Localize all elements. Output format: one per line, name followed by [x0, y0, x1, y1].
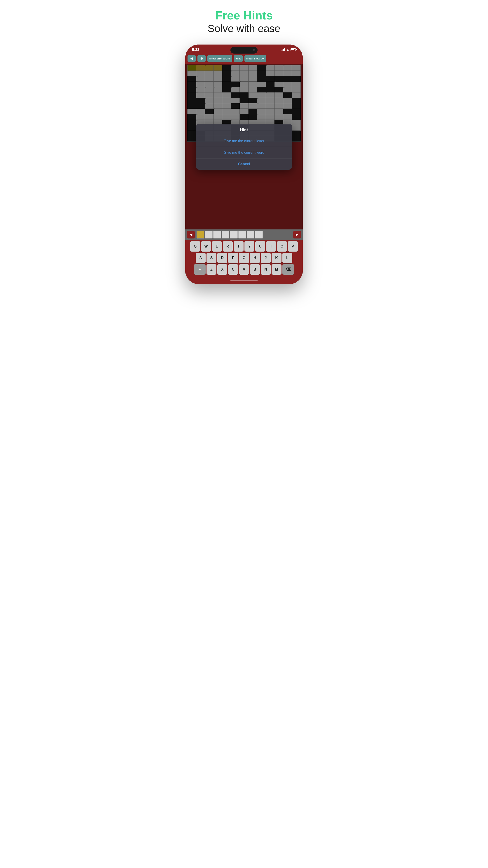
key-k[interactable]: K: [271, 253, 282, 263]
cancel-button[interactable]: Cancel: [196, 158, 292, 170]
key-h[interactable]: H: [250, 253, 260, 263]
key-d[interactable]: D: [217, 253, 227, 263]
word-cell-1: [197, 231, 204, 239]
phone-frame: 9:22 ▲ ◀ ⚙ Show Errors: OFF: [185, 44, 303, 284]
hint-button[interactable]: Hint: [234, 55, 242, 62]
notch: [230, 47, 258, 54]
status-icons: ▲: [282, 48, 296, 51]
camera-notch: [253, 49, 255, 51]
status-time: 9:22: [192, 48, 199, 52]
gear-icon: ⚙: [200, 57, 203, 60]
back-button[interactable]: ◀: [188, 55, 196, 62]
key-v[interactable]: V: [239, 264, 249, 275]
status-bar: 9:22 ▲: [185, 44, 303, 54]
word-cells: [196, 231, 292, 239]
back-arrow-icon: ◀: [190, 56, 193, 61]
word-cell-8: [255, 231, 263, 239]
key-s[interactable]: S: [206, 253, 217, 263]
key-m[interactable]: M: [271, 264, 282, 275]
key-z[interactable]: Z: [206, 264, 217, 275]
dialog-title: Hint: [196, 124, 292, 135]
crossword-area: 1234567910111213141516181921222324252627…: [185, 64, 303, 229]
keyboard-area: QWERTYUIOP ASDFGHJKL ✏ZXCVBNM⌫: [185, 240, 303, 278]
key-f[interactable]: F: [228, 253, 238, 263]
key-b[interactable]: B: [250, 264, 260, 275]
key-r[interactable]: R: [223, 241, 233, 252]
wifi-icon: ▲: [286, 48, 289, 51]
key-x[interactable]: X: [217, 264, 227, 275]
home-bar: [230, 280, 258, 281]
word-cell-2: [205, 231, 213, 239]
keyboard-row-1: QWERTYUIOP: [186, 241, 302, 252]
key-e[interactable]: E: [212, 241, 222, 252]
word-cell-3: [213, 231, 221, 239]
page-header: Free Hints Solve with ease: [207, 9, 281, 35]
word-cell-5: [230, 231, 238, 239]
give-word-button[interactable]: Give me the current word: [196, 147, 292, 158]
word-cell-6: [238, 231, 246, 239]
word-cell-4: [222, 231, 229, 239]
battery-icon: [291, 49, 296, 51]
key-l[interactable]: L: [283, 253, 292, 263]
show-errors-button[interactable]: Show Errors: OFF: [207, 55, 232, 62]
keyboard-row-3: ✏ZXCVBNM⌫: [186, 264, 302, 275]
dialog-overlay: Hint Give me the current letter Give me …: [185, 64, 303, 229]
word-bar: ◀ ▶: [185, 229, 303, 240]
key-p[interactable]: P: [288, 241, 298, 252]
key-a[interactable]: A: [196, 253, 205, 263]
key-w[interactable]: W: [201, 241, 211, 252]
key-y[interactable]: Y: [245, 241, 254, 252]
next-word-button[interactable]: ▶: [293, 231, 301, 239]
page-title: Free Hints: [207, 9, 281, 22]
keyboard-row-2: ASDFGHJKL: [186, 253, 302, 263]
key-n[interactable]: N: [261, 264, 271, 275]
delete-key[interactable]: ⌫: [283, 264, 294, 275]
word-cell-7: [247, 231, 254, 239]
settings-button[interactable]: ⚙: [197, 55, 205, 62]
give-letter-button[interactable]: Give me the current letter: [196, 135, 292, 147]
key-i[interactable]: I: [266, 241, 276, 252]
key-o[interactable]: O: [277, 241, 287, 252]
key-j[interactable]: J: [261, 253, 271, 263]
prev-word-button[interactable]: ◀: [187, 231, 195, 239]
pencil-key[interactable]: ✏: [194, 264, 205, 275]
phone-screen: 9:22 ▲ ◀ ⚙ Show Errors: OFF: [185, 44, 303, 284]
toolbar: ◀ ⚙ Show Errors: OFF Hint Smart Step: ON: [185, 54, 303, 64]
hint-dialog: Hint Give me the current letter Give me …: [196, 124, 292, 170]
page-subtitle: Solve with ease: [207, 22, 281, 35]
key-g[interactable]: G: [239, 253, 249, 263]
smart-step-button[interactable]: Smart Step: ON: [245, 55, 266, 62]
key-q[interactable]: Q: [190, 241, 200, 252]
key-u[interactable]: U: [255, 241, 265, 252]
home-indicator: [185, 278, 303, 284]
key-c[interactable]: C: [228, 264, 238, 275]
signal-icon: [282, 49, 285, 51]
key-t[interactable]: T: [234, 241, 243, 252]
